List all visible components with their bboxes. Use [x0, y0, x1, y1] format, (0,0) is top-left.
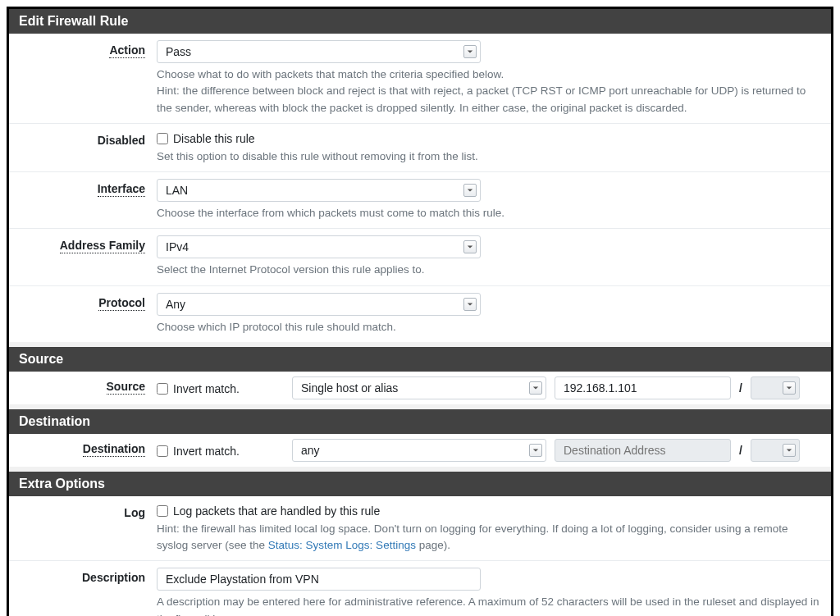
interface-select[interactable]: LAN — [157, 179, 481, 202]
chevron-down-icon — [783, 444, 796, 457]
log-checkbox-label: Log packets that are handled by this rul… — [173, 504, 380, 518]
chevron-down-icon — [463, 240, 477, 253]
destination-invert-label: Invert match. — [173, 445, 240, 458]
syslog-settings-link[interactable]: Status: System Logs: Settings — [268, 539, 416, 551]
description-input[interactable] — [157, 568, 481, 591]
protocol-hint: Choose which IP protocol this rule shoul… — [157, 319, 821, 335]
address-family-hint: Select the Internet Protocol version thi… — [157, 262, 821, 278]
chevron-down-icon — [529, 444, 542, 457]
disable-rule-checkbox[interactable] — [157, 133, 168, 144]
label-action: Action — [109, 43, 145, 58]
destination-mask-select — [751, 439, 800, 462]
section-header-source: Source — [9, 347, 831, 372]
section-header-extra: Extra Options — [9, 472, 831, 496]
chevron-down-icon — [529, 381, 542, 395]
protocol-select-value: Any — [166, 298, 185, 311]
address-family-select[interactable]: IPv4 — [157, 235, 481, 258]
chevron-down-icon — [463, 184, 477, 197]
interface-hint: Choose the interface from which packets … — [157, 205, 821, 221]
destination-address-input — [555, 439, 731, 462]
chevron-down-icon — [463, 45, 477, 58]
interface-select-value: LAN — [166, 184, 188, 197]
label-log: Log — [124, 506, 145, 519]
log-hint: Hint: the firewall has limited local log… — [157, 521, 821, 554]
action-select-value: Pass — [166, 45, 191, 58]
section-header-destination: Destination — [9, 409, 831, 434]
source-type-value: Single host or alias — [301, 381, 398, 395]
destination-type-select[interactable]: any — [292, 439, 546, 462]
disable-rule-checkbox-label: Disable this rule — [173, 132, 255, 145]
source-mask-select — [751, 376, 800, 399]
destination-type-value: any — [301, 444, 320, 457]
action-hint: Choose what to do with packets that matc… — [157, 66, 821, 116]
slash-separator: / — [739, 381, 742, 395]
chevron-down-icon — [783, 381, 796, 395]
label-source: Source — [107, 380, 145, 395]
disabled-hint: Set this option to disable this rule wit… — [157, 148, 821, 165]
label-interface: Interface — [98, 182, 145, 197]
label-description: Description — [82, 571, 145, 584]
label-protocol: Protocol — [98, 296, 145, 311]
slash-separator: / — [739, 444, 742, 457]
source-invert-label: Invert match. — [173, 382, 240, 395]
description-hint: A description may be entered here for ad… — [157, 594, 821, 616]
address-family-select-value: IPv4 — [166, 240, 189, 253]
chevron-down-icon — [463, 298, 477, 311]
protocol-select[interactable]: Any — [157, 293, 481, 316]
firewall-rule-form: Edit Firewall Rule Action Pass Choose wh… — [7, 7, 833, 616]
label-disabled: Disabled — [98, 134, 145, 147]
source-address-input[interactable] — [555, 376, 731, 399]
log-checkbox[interactable] — [157, 505, 168, 517]
label-destination: Destination — [83, 442, 145, 457]
action-select[interactable]: Pass — [157, 40, 481, 63]
label-address-family: Address Family — [60, 239, 145, 253]
source-type-select[interactable]: Single host or alias — [292, 376, 546, 399]
source-invert-checkbox[interactable] — [157, 383, 168, 395]
destination-invert-checkbox[interactable] — [157, 445, 168, 457]
section-header-edit: Edit Firewall Rule — [9, 9, 831, 34]
